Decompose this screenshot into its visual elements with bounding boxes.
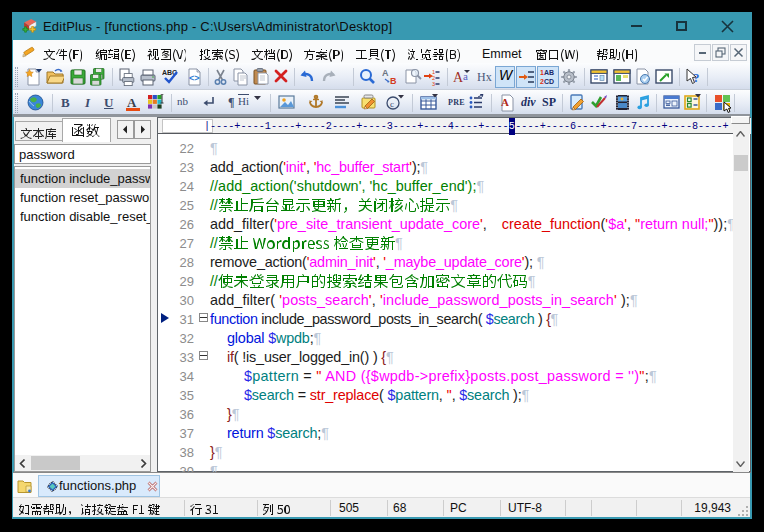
svg-text:B: B (390, 76, 397, 86)
svg-text:A: A (382, 68, 389, 78)
svg-text:<>: <> (189, 73, 200, 83)
svg-text:A: A (501, 96, 509, 108)
svg-text:Hx: Hx (477, 70, 492, 84)
svg-text:3: 3 (432, 81, 435, 86)
svg-text:c: c (390, 99, 394, 109)
